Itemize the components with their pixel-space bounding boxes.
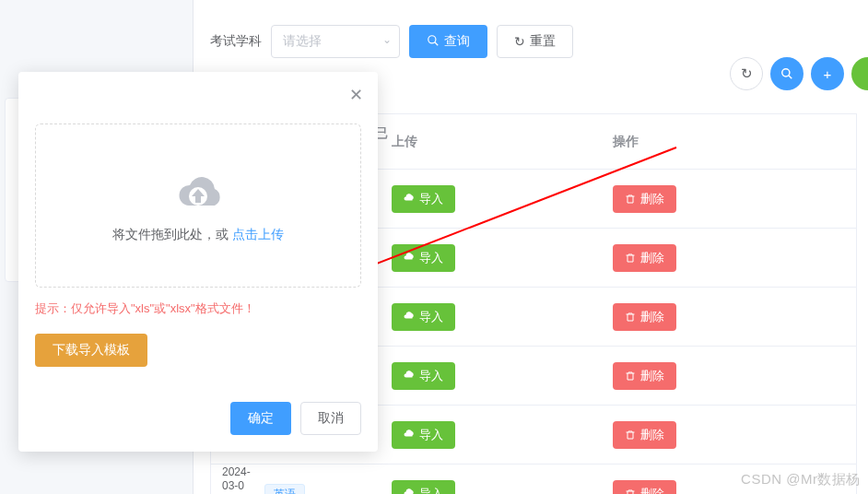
import-modal: ✕ 将文件拖到此处，或 点击上传 提示：仅允许导入"xls"或"xlsx"格式文…	[18, 72, 378, 452]
download-template-button[interactable]: 下载导入模板	[35, 334, 147, 367]
cloud-upload-icon	[169, 169, 228, 214]
upload-dropzone[interactable]: 将文件拖到此处，或 点击上传	[35, 124, 361, 288]
cancel-button[interactable]: 取消	[300, 402, 361, 435]
modal-footer: 确定 取消	[230, 402, 361, 435]
upload-text: 将文件拖到此处，或 点击上传	[112, 227, 284, 243]
upload-hint: 提示：仅允许导入"xls"或"xlsx"格式文件！	[35, 300, 361, 317]
click-upload-link[interactable]: 点击上传	[232, 227, 284, 241]
close-icon[interactable]: ✕	[349, 85, 363, 105]
confirm-button[interactable]: 确定	[230, 402, 291, 435]
